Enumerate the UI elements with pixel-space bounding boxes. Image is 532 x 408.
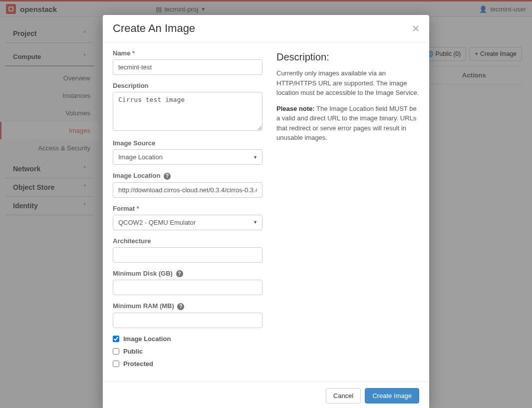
name-label-text: Name [113, 49, 130, 57]
public-check-label: Public [123, 348, 143, 355]
format-label-text: Format [113, 205, 135, 212]
help-title: Description: [276, 49, 419, 64]
minram-label: Minimum RAM (MB) ? [113, 302, 263, 310]
required-icon: * [137, 205, 139, 212]
location-label: Image Location ? [113, 172, 263, 180]
cancel-button[interactable]: Cancel [326, 388, 361, 404]
help-paragraph-2: Please note: The Image Location field MU… [276, 104, 419, 143]
minram-label-text: Minimum RAM (MB) [113, 302, 174, 310]
form-column: Name * Description Image Source [113, 49, 263, 373]
name-label: Name * [113, 49, 263, 57]
help-icon[interactable]: ? [176, 270, 183, 277]
protected-checkbox[interactable] [113, 361, 119, 367]
help-note-label: Please note: [276, 105, 315, 112]
mindisk-group: Minimum Disk (GB) ? [113, 270, 263, 296]
architecture-input[interactable] [113, 247, 263, 263]
architecture-group: Architecture [113, 237, 263, 263]
modal-title: Create An Image [113, 22, 195, 35]
help-paragraph-1: Currently only images available via an H… [276, 68, 419, 98]
modal-body: Name * Description Image Source [103, 42, 429, 382]
image-location-check-label: Image Location [123, 335, 171, 343]
modal-overlay: Create An Image × Name * Description Ima… [0, 0, 532, 408]
source-group: Image Source [113, 139, 263, 165]
description-input[interactable] [113, 92, 263, 131]
public-checkbox[interactable] [113, 348, 119, 355]
mindisk-label-text: Minimum Disk (GB) [113, 270, 173, 277]
mindisk-label: Minimum Disk (GB) ? [113, 270, 263, 278]
location-input[interactable] [113, 182, 263, 198]
submit-button[interactable]: Create Image [365, 388, 419, 404]
modal-footer: Cancel Create Image [103, 382, 429, 408]
image-location-check-row: Image Location [113, 335, 263, 343]
description-label: Description [113, 82, 263, 89]
location-label-text: Image Location [113, 172, 160, 179]
image-location-checkbox[interactable] [113, 336, 119, 342]
close-icon[interactable]: × [412, 22, 419, 34]
public-check-row: Public [113, 348, 263, 355]
architecture-label: Architecture [113, 237, 263, 245]
minram-input[interactable] [113, 313, 263, 328]
description-column: Description: Currently only images avail… [276, 49, 419, 373]
help-icon[interactable]: ? [177, 303, 184, 310]
mindisk-input[interactable] [113, 280, 263, 295]
protected-check-row: Protected [113, 360, 263, 368]
source-select[interactable] [113, 149, 263, 165]
source-label: Image Source [113, 139, 263, 147]
help-icon[interactable]: ? [164, 173, 171, 180]
modal-header: Create An Image × [103, 15, 429, 42]
description-group: Description [113, 82, 263, 132]
name-input[interactable] [113, 59, 263, 75]
format-label: Format * [113, 205, 263, 212]
format-group: Format * [113, 205, 263, 230]
required-icon: * [132, 49, 135, 57]
minram-group: Minimum RAM (MB) ? [113, 302, 263, 328]
format-select[interactable] [113, 215, 263, 230]
protected-check-label: Protected [123, 360, 153, 368]
name-group: Name * [113, 49, 263, 75]
location-group: Image Location ? [113, 172, 263, 198]
create-image-modal: Create An Image × Name * Description Ima… [103, 15, 429, 408]
